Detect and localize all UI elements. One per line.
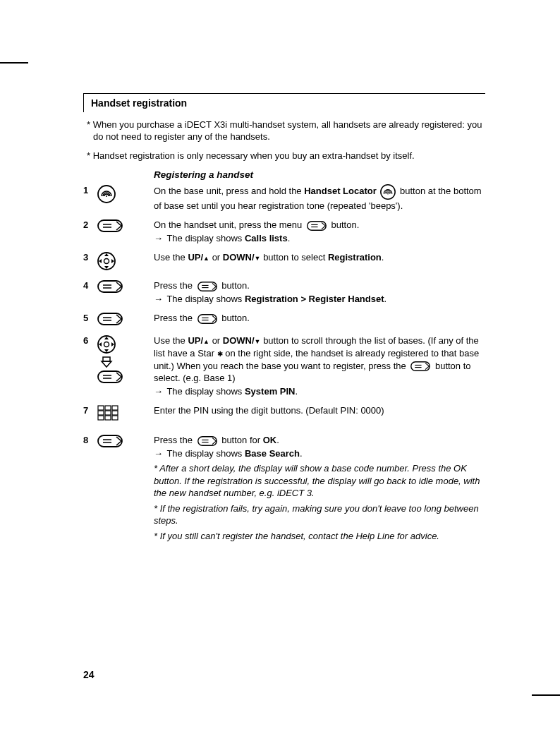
arrow-icon (154, 293, 163, 306)
svg-point-11 (104, 259, 109, 264)
menu-button-icon (410, 361, 431, 371)
menu-button-icon (306, 221, 327, 231)
step-row: 3 Use the UP/ or DOWN/ button to select … (83, 251, 485, 272)
result-line: The display shows System PIN. (154, 385, 485, 398)
menu-button-icon (97, 371, 123, 383)
step-text: Use the UP/ or DOWN/ button to select Re… (154, 251, 485, 272)
step-number: 6 (83, 335, 97, 397)
nav-dpad-icon (97, 252, 116, 270)
step-row: 8 Press the button for OK. The display s… (83, 434, 485, 542)
intro-note: * Handset registration is only necessary… (93, 150, 485, 162)
step-number: 7 (83, 404, 97, 427)
keypad-icon (97, 405, 118, 425)
svg-rect-34 (103, 357, 110, 361)
svg-marker-14 (99, 259, 102, 263)
section-subtitle: Registering a handset (154, 169, 485, 180)
step-number: 8 (83, 434, 97, 542)
svg-rect-22 (98, 313, 122, 325)
step-text: Press the button. The display shows Regi… (154, 279, 485, 305)
step-icon-col (97, 404, 154, 427)
svg-rect-4 (98, 220, 122, 231)
result-line: The display shows Registration > Registe… (154, 293, 485, 306)
nav-dpad-icon (97, 335, 116, 354)
step-row: 5 Press the button. (83, 312, 485, 327)
svg-point-3 (388, 193, 389, 194)
locator-icon (97, 185, 116, 203)
menu-button-icon (97, 219, 123, 232)
arrow-icon (154, 385, 163, 398)
step-row: 7 Enter the PIN using the digit buttons.… (83, 404, 485, 427)
page-number: 24 (83, 669, 95, 680)
svg-rect-16 (98, 281, 122, 292)
svg-rect-25 (197, 315, 216, 323)
down-triangle-icon (255, 335, 261, 346)
step-number: 5 (83, 312, 97, 327)
down-triangle-icon (255, 252, 261, 263)
svg-rect-54 (197, 436, 216, 445)
crop-mark (532, 694, 560, 696)
step-text: Use the UP/ or DOWN/ button to scroll th… (154, 335, 485, 397)
step-row: 6 Use the UP/ or DOWN/ button to scroll … (83, 335, 485, 397)
svg-marker-33 (111, 342, 114, 347)
menu-button-icon (97, 435, 123, 447)
footnote: * If the registration fails, try again, … (154, 502, 485, 527)
step-number: 4 (83, 279, 97, 305)
svg-rect-42 (98, 406, 104, 410)
menu-button-icon (97, 280, 123, 293)
star-icon (217, 348, 223, 359)
step-text: Enter the PIN using the digit buttons. (… (154, 404, 485, 427)
footnote: * If you still can't register the handse… (154, 530, 485, 543)
svg-rect-45 (98, 411, 104, 415)
arrow-down-icon (97, 356, 116, 368)
page-content: Handset registration * When you purchase… (83, 93, 485, 550)
svg-marker-15 (111, 259, 114, 263)
svg-rect-49 (105, 416, 111, 420)
step-icon-col (97, 312, 154, 327)
svg-marker-31 (104, 349, 109, 352)
step-text: On the base unit, press and hold the Han… (154, 184, 485, 212)
svg-rect-46 (105, 411, 111, 415)
section-header: Handset registration (83, 93, 485, 112)
svg-rect-7 (308, 222, 326, 230)
menu-button-icon (197, 282, 218, 291)
arrow-icon (154, 447, 163, 460)
intro-note: * When you purchase a iDECT X3i multi-ha… (93, 119, 485, 143)
step-row: 1 On the base unit, press and hold the H… (83, 184, 485, 212)
menu-button-icon (97, 313, 123, 325)
step-icon-col (97, 335, 154, 397)
svg-rect-44 (112, 406, 118, 410)
step-icon-col (97, 279, 154, 305)
svg-rect-51 (98, 435, 122, 447)
svg-marker-32 (99, 342, 102, 347)
svg-marker-35 (102, 361, 111, 367)
locator-icon (380, 184, 396, 200)
step-number: 1 (83, 184, 97, 212)
step-text: Press the button for OK. The display sho… (154, 434, 485, 542)
result-line: The display shows Base Search. (154, 447, 485, 460)
result-line: The display shows Calls lists. (154, 232, 485, 245)
svg-rect-43 (105, 406, 111, 410)
step-row: 2 On the handset unit, press the menu bu… (83, 219, 485, 244)
svg-rect-19 (197, 282, 216, 291)
step-number: 2 (83, 219, 97, 244)
header-title: Handset registration (91, 97, 187, 109)
step-number: 3 (83, 251, 97, 272)
svg-point-29 (104, 342, 109, 347)
step-text: On the handset unit, press the menu butt… (154, 219, 485, 244)
step-icon-col (97, 219, 154, 244)
svg-rect-50 (112, 416, 118, 420)
svg-rect-39 (411, 362, 430, 371)
step-icon-col (97, 184, 154, 212)
step-icon-col (97, 251, 154, 272)
step-icon-col (97, 434, 154, 542)
step-row: 4 Press the button. The display shows Re… (83, 279, 485, 305)
crop-mark (0, 62, 28, 64)
svg-rect-48 (98, 416, 104, 420)
svg-marker-13 (104, 266, 109, 269)
svg-rect-47 (112, 411, 118, 415)
svg-point-1 (106, 195, 107, 197)
up-triangle-icon (203, 252, 209, 263)
svg-rect-36 (98, 371, 122, 382)
up-triangle-icon (203, 335, 209, 346)
menu-button-icon (197, 314, 218, 324)
